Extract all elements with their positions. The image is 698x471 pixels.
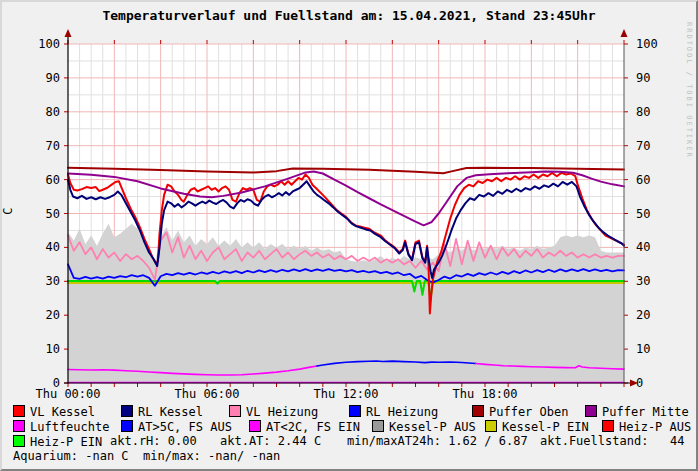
legend-item-puffer-mitte: Puffer Mitte [585, 405, 689, 419]
legend-item-rl-kessel: RL Kessel [121, 405, 203, 419]
y-axis-tick-label-right: 50 [636, 207, 694, 221]
x-axis-tick-label: Thu 18:00 [440, 387, 530, 401]
stat-akt-at: akt.AT: 2.44 C [220, 435, 321, 449]
y-axis-tick-label: 80 [2, 105, 60, 119]
y-axis-tick-label-right: 30 [636, 274, 694, 288]
heiz-p-aus-swatch [602, 420, 614, 432]
stat-aquarium: Aquarium: -nan C min/max: -nan/ -nan [13, 450, 280, 464]
y-axis-tick-label-right: 60 [636, 173, 694, 187]
puffer-mitte-swatch [585, 405, 597, 417]
y-axis-tick-label: 10 [2, 342, 60, 356]
y-axis-tick-label: 60 [2, 173, 60, 187]
y-axis-tick-label-right: 10 [636, 342, 694, 356]
legend-item-at-lt2: AT<2C, FS EIN [249, 420, 360, 434]
stat-minmax-at24h: min/maxAT24h: 1.62 / 6.87 [347, 435, 528, 449]
legend-item-vl-kessel: VL Kessel [13, 405, 95, 419]
rrdtool-graph: Temperaturverlauf und Fuellstand am: 15.… [0, 0, 698, 471]
rl-heizung-swatch [349, 405, 361, 417]
rrdtool-watermark: RRDTOOL / TOBI OETIKER [685, 22, 693, 159]
rl-kessel-swatch [121, 405, 133, 417]
luftfeuchte-swatch [13, 420, 25, 432]
vl-heizung-swatch [229, 405, 241, 417]
x-axis-tick-label: Thu 00:00 [23, 387, 113, 401]
legend-item-luftfeuchte: Luftfeuchte [13, 420, 109, 434]
kessel-p-aus-swatch [372, 420, 384, 432]
y-axis-tick-label-right: 20 [636, 308, 694, 322]
y-axis-tick-label: 40 [2, 240, 60, 254]
y-axis-tick-label: 50 [2, 207, 60, 221]
kessel-p-ein-swatch [485, 420, 497, 432]
x-axis-tick-label: Thu 06:00 [162, 387, 252, 401]
y-axis-tick-label: 30 [2, 274, 60, 288]
y-axis-tick-label: 70 [2, 139, 60, 153]
heiz-p-ein-swatch [13, 435, 25, 447]
legend-item-kessel-p-ein: Kessel-P EIN [485, 420, 589, 434]
vl-kessel-swatch [13, 405, 25, 417]
x-axis-tick-label: Thu 12:00 [301, 387, 391, 401]
legend-item-rl-heizung: RL Heizung [349, 405, 438, 419]
legend-item-vl-heizung: VL Heizung [229, 405, 318, 419]
y-axis-tick-label-right: 0 [636, 376, 694, 390]
y-axis-tick-label: 20 [2, 308, 60, 322]
at-gt5-swatch [121, 420, 133, 432]
stat-akt-rh: akt.rH: 0.00 [110, 435, 197, 449]
legend-item-at-gt5: AT>5C, FS AUS [121, 420, 232, 434]
puffer-oben-swatch [472, 405, 484, 417]
legend-item-heiz-p-ein: Heiz-P EIN [13, 435, 102, 449]
stat-akt-fuellstand: akt.Fuellstand: 44 [540, 435, 685, 449]
y-axis-tick-label: 100 [2, 37, 60, 51]
page-title: Temperaturverlauf und Fuellstand am: 15.… [2, 8, 696, 23]
legend-item-kessel-p-aus: Kessel-P AUS [372, 420, 476, 434]
legend-item-puffer-oben: Puffer Oben [472, 405, 568, 419]
legend-item-heiz-p-aus: Heiz-P AUS [602, 420, 691, 434]
y-axis-tick-label: 90 [2, 71, 60, 85]
at-lt2-swatch [249, 420, 261, 432]
y-axis-tick-label-right: 40 [636, 240, 694, 254]
